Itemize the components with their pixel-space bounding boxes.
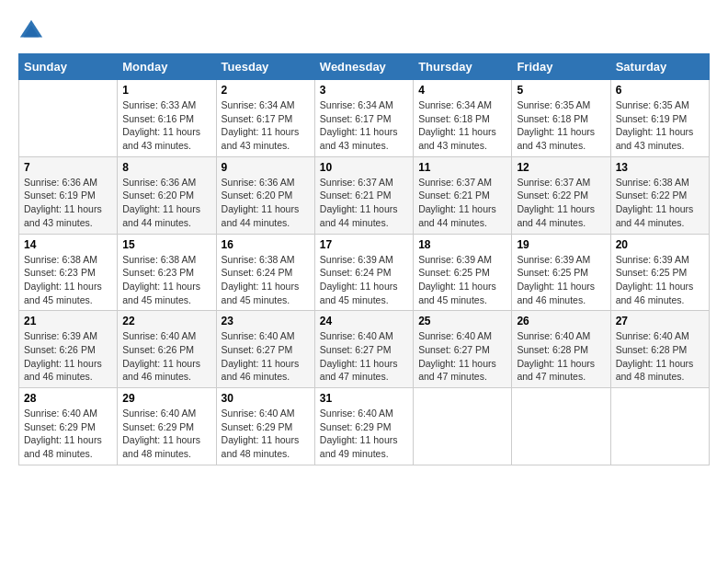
calendar-cell: [19, 80, 118, 157]
day-info: Sunrise: 6:40 AMSunset: 6:29 PMDaylight:…: [122, 407, 210, 461]
calendar-cell: 26Sunrise: 6:40 AMSunset: 6:28 PMDayligh…: [512, 311, 610, 388]
day-header-tuesday: Tuesday: [216, 54, 314, 80]
calendar-cell: 12Sunrise: 6:37 AMSunset: 6:22 PMDayligh…: [512, 156, 610, 234]
day-number: 13: [616, 161, 704, 174]
day-number: 18: [418, 238, 506, 251]
day-info: Sunrise: 6:35 AMSunset: 6:18 PMDaylight:…: [517, 98, 605, 153]
day-info: Sunrise: 6:38 AMSunset: 6:24 PMDaylight:…: [222, 253, 310, 307]
day-info: Sunrise: 6:36 AMSunset: 6:19 PMDaylight:…: [24, 176, 112, 230]
calendar-cell: 11Sunrise: 6:37 AMSunset: 6:21 PMDayligh…: [414, 156, 512, 234]
day-header-sunday: Sunday: [19, 54, 118, 80]
calendar-cell: 23Sunrise: 6:40 AMSunset: 6:27 PMDayligh…: [216, 311, 314, 388]
day-header-thursday: Thursday: [414, 54, 512, 80]
day-header-saturday: Saturday: [610, 54, 709, 80]
calendar-cell: 4Sunrise: 6:34 AMSunset: 6:18 PMDaylight…: [414, 80, 512, 157]
day-info: Sunrise: 6:40 AMSunset: 6:27 PMDaylight:…: [418, 329, 506, 384]
day-info: Sunrise: 6:36 AMSunset: 6:20 PMDaylight:…: [222, 176, 310, 230]
calendar-cell: 10Sunrise: 6:37 AMSunset: 6:21 PMDayligh…: [314, 156, 413, 234]
week-row: 21Sunrise: 6:39 AMSunset: 6:26 PMDayligh…: [19, 311, 710, 388]
day-info: Sunrise: 6:40 AMSunset: 6:29 PMDaylight:…: [320, 407, 408, 461]
day-info: Sunrise: 6:39 AMSunset: 6:25 PMDaylight:…: [517, 253, 605, 307]
calendar-cell: 7Sunrise: 6:36 AMSunset: 6:19 PMDaylight…: [19, 156, 118, 234]
day-number: 7: [24, 161, 112, 174]
calendar-cell: [512, 388, 610, 465]
day-number: 4: [418, 84, 506, 97]
day-number: 31: [320, 392, 408, 405]
day-info: Sunrise: 6:40 AMSunset: 6:29 PMDaylight:…: [222, 407, 310, 461]
day-info: Sunrise: 6:39 AMSunset: 6:25 PMDaylight:…: [616, 253, 704, 307]
day-info: Sunrise: 6:39 AMSunset: 6:24 PMDaylight:…: [320, 253, 408, 307]
day-info: Sunrise: 6:38 AMSunset: 6:23 PMDaylight:…: [24, 253, 112, 307]
calendar-table: SundayMondayTuesdayWednesdayThursdayFrid…: [18, 53, 710, 465]
calendar-cell: 8Sunrise: 6:36 AMSunset: 6:20 PMDaylight…: [118, 156, 216, 234]
day-info: Sunrise: 6:34 AMSunset: 6:17 PMDaylight:…: [222, 98, 310, 153]
header-row: SundayMondayTuesdayWednesdayThursdayFrid…: [19, 54, 710, 80]
week-row: 28Sunrise: 6:40 AMSunset: 6:29 PMDayligh…: [19, 388, 710, 465]
calendar-cell: 30Sunrise: 6:40 AMSunset: 6:29 PMDayligh…: [216, 388, 314, 465]
day-number: 17: [320, 238, 408, 251]
day-number: 5: [517, 84, 605, 97]
calendar-cell: 15Sunrise: 6:38 AMSunset: 6:23 PMDayligh…: [118, 234, 216, 311]
calendar-header: SundayMondayTuesdayWednesdayThursdayFrid…: [19, 54, 710, 80]
day-header-wednesday: Wednesday: [314, 54, 413, 80]
day-number: 11: [418, 161, 506, 174]
day-number: 26: [517, 315, 605, 327]
day-number: 28: [24, 392, 112, 405]
week-row: 7Sunrise: 6:36 AMSunset: 6:19 PMDaylight…: [19, 156, 710, 234]
calendar-cell: 25Sunrise: 6:40 AMSunset: 6:27 PMDayligh…: [414, 311, 512, 388]
day-info: Sunrise: 6:37 AMSunset: 6:22 PMDaylight:…: [517, 176, 605, 230]
calendar-cell: 17Sunrise: 6:39 AMSunset: 6:24 PMDayligh…: [314, 234, 413, 311]
day-info: Sunrise: 6:40 AMSunset: 6:29 PMDaylight:…: [24, 407, 112, 461]
day-info: Sunrise: 6:33 AMSunset: 6:16 PMDaylight:…: [122, 98, 210, 153]
logo-icon: [18, 18, 44, 44]
day-number: 27: [616, 315, 704, 327]
day-number: 14: [24, 238, 112, 251]
calendar-cell: 9Sunrise: 6:36 AMSunset: 6:20 PMDaylight…: [216, 156, 314, 234]
calendar-cell: 6Sunrise: 6:35 AMSunset: 6:19 PMDaylight…: [610, 80, 709, 157]
day-info: Sunrise: 6:38 AMSunset: 6:23 PMDaylight:…: [122, 253, 210, 307]
day-number: 25: [418, 315, 506, 327]
calendar-cell: 27Sunrise: 6:40 AMSunset: 6:28 PMDayligh…: [610, 311, 709, 388]
day-number: 15: [122, 238, 210, 251]
calendar-cell: 31Sunrise: 6:40 AMSunset: 6:29 PMDayligh…: [314, 388, 413, 465]
day-number: 10: [320, 161, 408, 174]
calendar-cell: 2Sunrise: 6:34 AMSunset: 6:17 PMDaylight…: [216, 80, 314, 157]
day-info: Sunrise: 6:35 AMSunset: 6:19 PMDaylight:…: [616, 98, 704, 153]
day-number: 3: [320, 84, 408, 97]
week-row: 1Sunrise: 6:33 AMSunset: 6:16 PMDaylight…: [19, 80, 710, 157]
day-number: 24: [320, 315, 408, 327]
calendar-cell: 24Sunrise: 6:40 AMSunset: 6:27 PMDayligh…: [314, 311, 413, 388]
day-header-monday: Monday: [118, 54, 216, 80]
day-number: 30: [222, 392, 310, 405]
day-number: 29: [122, 392, 210, 405]
calendar-cell: 14Sunrise: 6:38 AMSunset: 6:23 PMDayligh…: [19, 234, 118, 311]
day-info: Sunrise: 6:40 AMSunset: 6:27 PMDaylight:…: [222, 329, 310, 384]
day-header-friday: Friday: [512, 54, 610, 80]
day-number: 20: [616, 238, 704, 251]
calendar-cell: 1Sunrise: 6:33 AMSunset: 6:16 PMDaylight…: [118, 80, 216, 157]
day-number: 12: [517, 161, 605, 174]
calendar-cell: 22Sunrise: 6:40 AMSunset: 6:26 PMDayligh…: [118, 311, 216, 388]
day-info: Sunrise: 6:36 AMSunset: 6:20 PMDaylight:…: [122, 176, 210, 230]
day-info: Sunrise: 6:39 AMSunset: 6:26 PMDaylight:…: [24, 329, 112, 384]
day-number: 19: [517, 238, 605, 251]
day-info: Sunrise: 6:40 AMSunset: 6:28 PMDaylight:…: [616, 329, 704, 384]
calendar-cell: 16Sunrise: 6:38 AMSunset: 6:24 PMDayligh…: [216, 234, 314, 311]
week-row: 14Sunrise: 6:38 AMSunset: 6:23 PMDayligh…: [19, 234, 710, 311]
day-number: 2: [222, 84, 310, 97]
day-info: Sunrise: 6:37 AMSunset: 6:21 PMDaylight:…: [320, 176, 408, 230]
day-info: Sunrise: 6:38 AMSunset: 6:22 PMDaylight:…: [616, 176, 704, 230]
calendar-cell: 3Sunrise: 6:34 AMSunset: 6:17 PMDaylight…: [314, 80, 413, 157]
calendar-cell: 13Sunrise: 6:38 AMSunset: 6:22 PMDayligh…: [610, 156, 709, 234]
calendar-cell: [610, 388, 709, 465]
day-info: Sunrise: 6:34 AMSunset: 6:18 PMDaylight:…: [418, 98, 506, 153]
day-info: Sunrise: 6:39 AMSunset: 6:25 PMDaylight:…: [418, 253, 506, 307]
day-info: Sunrise: 6:40 AMSunset: 6:26 PMDaylight:…: [122, 329, 210, 384]
day-number: 22: [122, 315, 210, 327]
page-header: [18, 18, 710, 44]
calendar-cell: 28Sunrise: 6:40 AMSunset: 6:29 PMDayligh…: [19, 388, 118, 465]
day-number: 1: [122, 84, 210, 97]
calendar-cell: [414, 388, 512, 465]
day-number: 9: [222, 161, 310, 174]
calendar-cell: 5Sunrise: 6:35 AMSunset: 6:18 PMDaylight…: [512, 80, 610, 157]
